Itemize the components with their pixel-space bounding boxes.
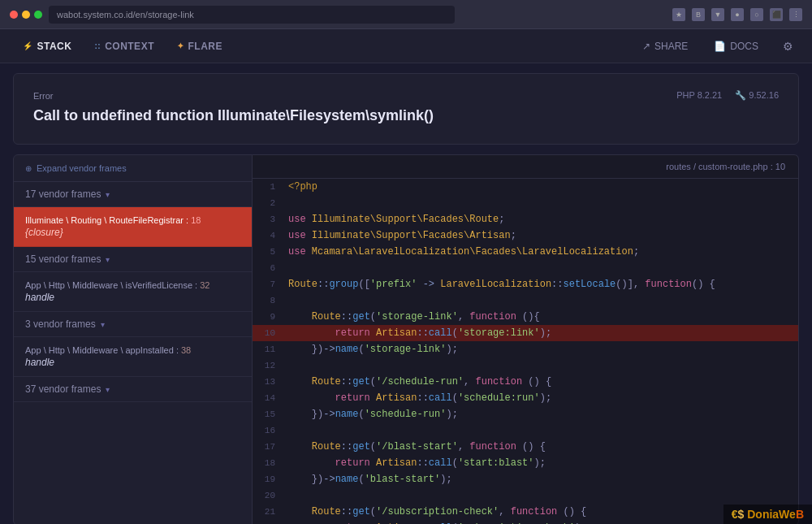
code-line-8: 8 [253,292,798,309]
code-line-22: 22 return Artisan::call('subscription:ch… [253,520,798,524]
line-number-12: 12 [253,357,282,374]
line-number-7: 7 [253,276,282,292]
code-line-6: 6 [253,260,798,276]
file-path-text: routes / custom-route.php : 10 [666,162,785,171]
frame-class-illuminate: Illuminate \ Routing \ RouteFileRegistra… [25,215,240,225]
code-line-16: 16 [253,422,798,439]
line-code-7: Route::group(['prefix' -> LaravelLocaliz… [282,276,798,292]
expand-vendor-button[interactable]: ⊕ Expand vendor frames [14,155,252,182]
extension-icon-1[interactable]: B [692,8,705,21]
code-line-15: 15 })->name('schedule-run'); [253,406,798,422]
code-line-7: 7 Route::group(['prefix' -> LaravelLocal… [253,276,798,292]
watermark-text: DoniaWe [747,508,796,521]
app-version: 🔧 9.52.16 [735,90,779,101]
extension-icon-3[interactable]: ● [731,8,744,21]
error-meta: Error PHP 8.2.21 🔧 9.52.16 [33,90,779,101]
expand-vendor-label: Expand vendor frames [37,163,127,173]
minimize-dot [22,11,30,19]
code-line-1: 1 <?php [253,179,798,195]
bookmark-icon[interactable]: ★ [672,8,685,21]
settings-button[interactable]: ⚙ [776,35,799,58]
vendor-frames-17[interactable]: 17 vendor frames ▾ [14,182,252,207]
watermark: €$ DoniaWeB [723,505,812,524]
frame-class-verified: App \ Http \ Middleware \ isVerifiedLice… [25,280,240,290]
frame-method-handle-2: handle [25,357,240,368]
frame-method-handle-1: handle [25,292,240,303]
stack-frame-illuminate-routing[interactable]: Illuminate \ Routing \ RouteFileRegistra… [14,207,252,247]
line-number-14: 14 [253,390,282,406]
stack-frames-panel: ⊕ Expand vendor frames 17 vendor frames … [13,154,253,524]
address-bar[interactable]: wabot.system.co.id/en/storage-link [49,6,455,24]
line-code-19: })->name('blast-start'); [282,471,798,487]
tab-stack[interactable]: ⚡ STACK [13,37,81,56]
php-version: PHP 8.2.21 [676,90,722,101]
code-line-20: 20 [253,487,798,504]
code-line-17: 17 Route::get('/blast-start', function (… [253,439,798,455]
stack-frame-app-installed[interactable]: App \ Http \ Middleware \ appInstalled :… [14,337,252,377]
tab-context[interactable]: :: CONTEXT [84,37,164,56]
line-code-20 [282,487,798,504]
code-line-12: 12 [253,357,798,374]
code-line-5: 5 use Mcamara\LaravelLocalization\Facade… [253,244,798,260]
line-code-17: Route::get('/blast-start', function () { [282,439,798,455]
line-number-20: 20 [253,487,282,504]
line-number-10: 10 [253,325,282,341]
extension-icon-5[interactable]: ⬛ [770,8,783,21]
line-code-14: return Artisan::call('schedule:run'); [282,390,798,406]
context-icon: :: [94,41,101,50]
code-content[interactable]: 1 <?php 2 3 use Illuminate\Support\Facad… [253,179,798,524]
line-code-12 [282,357,798,374]
frame-class-installed: App \ Http \ Middleware \ appInstalled :… [25,345,240,355]
error-title: Call to undefined function Illuminate\Fi… [33,107,779,124]
line-number-6: 6 [253,260,282,276]
extension-icon-2[interactable]: ▼ [711,8,724,21]
nav-tabs: ⚡ STACK :: CONTEXT ✦ FLARE [13,37,634,56]
line-number-21: 21 [253,504,282,520]
line-number-4: 4 [253,227,282,244]
expand-icon: ⊕ [25,164,32,173]
line-code-18: return Artisan::call('start:blast'); [282,455,798,471]
line-number-9: 9 [253,309,282,325]
stack-frame-verified-license[interactable]: App \ Http \ Middleware \ isVerifiedLice… [14,272,252,312]
top-navigation: ⚡ STACK :: CONTEXT ✦ FLARE ↗ SHARE 📄 DOC… [0,29,812,63]
line-code-10: return Artisan::call('storage:link'); [282,325,798,341]
line-code-11: })->name('storage-link'); [282,341,798,357]
code-line-21: 21 Route::get('/subscription-check', fun… [253,504,798,520]
error-header: Error PHP 8.2.21 🔧 9.52.16 Call to undef… [13,73,799,145]
error-label: Error [33,91,53,101]
url-text: wabot.system.co.id/en/storage-link [57,10,194,19]
line-number-3: 3 [253,211,282,227]
share-label: SHARE [654,41,688,52]
line-code-2 [282,195,798,211]
vendor-frames-15[interactable]: 15 vendor frames ▾ [14,247,252,272]
main-content: ⊕ Expand vendor frames 17 vendor frames … [13,154,799,524]
code-line-11: 11 })->name('storage-link'); [253,341,798,357]
close-dot [10,11,18,19]
tab-flare[interactable]: ✦ FLARE [167,37,232,56]
line-code-13: Route::get('/schedule-run', function () … [282,374,798,390]
line-code-9: Route::get('storage-link', function (){ [282,309,798,325]
vendor-frames-37[interactable]: 37 vendor frames ▾ [14,377,252,402]
code-line-3: 3 use Illuminate\Support\Facades\Route; [253,211,798,227]
code-panel: routes / custom-route.php : 10 1 <?php 2… [253,154,799,524]
code-line-2: 2 [253,195,798,211]
vendor-frames-3[interactable]: 3 vendor frames ▾ [14,312,252,337]
line-code-15: })->name('schedule-run'); [282,406,798,422]
tab-context-label: CONTEXT [105,41,154,52]
line-number-8: 8 [253,292,282,309]
share-icon: ↗ [642,41,650,52]
extension-icon-4[interactable]: ○ [750,8,763,21]
gear-icon: ⚙ [783,40,793,53]
code-line-9: 9 Route::get('storage-link', function ()… [253,309,798,325]
code-line-4: 4 use Illuminate\Support\Facades\Artisan… [253,227,798,244]
tab-flare-label: FLARE [188,41,222,52]
docs-button[interactable]: 📄 DOCS [706,37,767,56]
chevron-down-icon-2: ▾ [106,255,110,264]
share-button[interactable]: ↗ SHARE [634,37,696,56]
menu-icon[interactable]: ⋮ [789,8,802,21]
code-file-path: routes / custom-route.php : 10 [253,155,798,179]
code-line-18: 18 return Artisan::call('start:blast'); [253,455,798,471]
dollar-symbol: $ [738,508,745,521]
line-code-22: return Artisan::call('subscription:check… [282,520,798,524]
line-number-19: 19 [253,471,282,487]
